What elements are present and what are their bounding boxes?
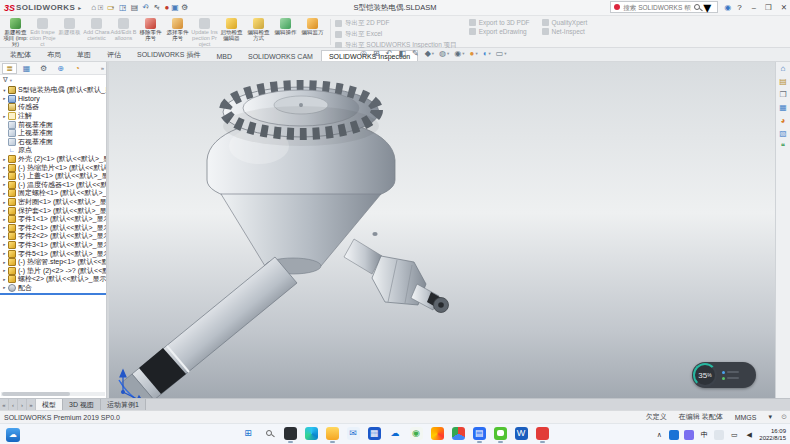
home-icon[interactable]: ⌂ xyxy=(91,4,93,12)
tree-front-plane[interactable]: 前视基准面 xyxy=(1,120,106,129)
display-tray-icon[interactable]: ▭ xyxy=(729,430,739,440)
tree-component[interactable]: ▸ (-) 热缩垫片<1> (默认<<默认>_显 xyxy=(1,163,106,172)
file-properties-icon[interactable]: ▣ xyxy=(171,4,176,12)
menu-expand-arrow-icon[interactable]: ▸ xyxy=(78,4,81,11)
search-dropdown-icon[interactable]: ▾ xyxy=(703,0,711,17)
tree-origin[interactable]: ∟ 原点 xyxy=(1,146,106,155)
status-editing[interactable]: 在编辑 装配体 xyxy=(679,412,723,422)
doc-tab-scroll-button[interactable]: « xyxy=(0,399,9,410)
tree-component[interactable]: ▸ 零件2<2> (默认<<默认>_显示状 xyxy=(1,232,106,241)
dimxpertmanager-tab[interactable]: ⊕ xyxy=(53,63,68,74)
tree-annotations[interactable]: ▸ 注解 xyxy=(1,112,106,121)
app-dark-icon[interactable] xyxy=(282,427,298,443)
expand-arrow-icon[interactable]: ▸ xyxy=(1,200,8,205)
propertymanager-tab[interactable]: ▦ xyxy=(19,63,34,74)
edit-operation-button[interactable]: 编辑操作 xyxy=(272,17,299,47)
tree-component[interactable]: ▸ 外壳 (2)<1> (默认<<默认>_显示状 xyxy=(1,155,106,164)
qualityxpert-item[interactable]: QualityXpert xyxy=(542,19,588,26)
tree-history[interactable]: ▸ History xyxy=(1,95,106,104)
3d-model-canvas[interactable] xyxy=(109,62,775,398)
mail-icon[interactable]: ✉ xyxy=(345,427,361,443)
update-inspection-project-button[interactable]: Update Inspection Project xyxy=(191,17,218,47)
appearances-icon[interactable]: ◕ xyxy=(781,116,786,126)
export-3d-pdf-item[interactable]: Export to 3D PDF xyxy=(469,19,530,26)
app-light-icon[interactable]: ◉ xyxy=(408,427,424,443)
edit-inspection-method-button[interactable]: 编辑检查方式 xyxy=(245,17,272,47)
filter-icon[interactable]: ∇ xyxy=(3,76,8,84)
tree-component[interactable]: ▸ (-) 垫片 (2)<2> ->? (默认<<默认 xyxy=(1,266,106,275)
zoom-area-icon[interactable]: ⊞ xyxy=(373,49,381,58)
display-style-icon[interactable]: ◍ ▾ xyxy=(439,49,449,58)
help-button[interactable]: ? xyxy=(737,3,741,12)
edge-icon[interactable] xyxy=(303,427,319,443)
tree-component[interactable]: ▸ 密封圈<1> (默认<<默认>_显示状 xyxy=(1,198,106,207)
restore-button[interactable]: ❐ xyxy=(765,3,772,12)
expand-arrow-icon[interactable]: ▸ xyxy=(1,182,8,187)
new-document-icon[interactable]: □ ▾ xyxy=(98,4,102,12)
featuremanager-tab[interactable]: ≣ xyxy=(2,63,17,74)
edit-appearance-icon[interactable]: ● ▾ xyxy=(470,49,478,58)
tree-component[interactable]: ▸ 保护套<1> (默认<<默认>_显示状 xyxy=(1,206,106,215)
expand-arrow-icon[interactable]: ▸ xyxy=(1,225,8,230)
tab-layout[interactable]: 布局 xyxy=(39,47,69,61)
expand-arrow-icon[interactable]: ▸ xyxy=(1,114,8,119)
view-orientation-icon[interactable]: ◆ ▾ xyxy=(425,49,434,58)
resources-home-icon[interactable]: ⌂ xyxy=(781,64,786,74)
doc-tab-motionstudy[interactable]: 运动算例1 xyxy=(101,399,146,410)
volume-tray-icon[interactable]: ◀ xyxy=(744,430,754,440)
wechat-icon[interactable] xyxy=(492,427,508,443)
screen-widget[interactable]: 35% xyxy=(692,362,756,388)
tree-component[interactable]: ▸ 零件3<1> (默认<<默认>_显示状 xyxy=(1,241,106,250)
tab-sketch[interactable]: 草图 xyxy=(69,47,99,61)
add-edit-balloons-button[interactable]: Add/Edit Balloons xyxy=(110,17,137,47)
expand-arrow-icon[interactable]: ▸ xyxy=(1,165,8,170)
tree-component[interactable]: ▸ 零件1<1> (默认<<默认>_显示状态 xyxy=(1,215,106,224)
status-constraint[interactable]: 欠定义 xyxy=(646,412,667,422)
edit-inspection-project-button[interactable]: Edit Inspection Project xyxy=(29,17,56,47)
expand-arrow-icon[interactable]: ▸ xyxy=(1,251,8,256)
expand-arrow-icon[interactable]: ▸ xyxy=(1,96,8,101)
help-search-box[interactable]: ▾ xyxy=(610,1,718,13)
expand-arrow-icon[interactable]: ▸ xyxy=(1,174,8,179)
tray-onedrive-icon[interactable] xyxy=(669,430,679,440)
expand-arrow-icon[interactable]: ▸ xyxy=(1,217,8,222)
store-icon[interactable]: ▦ xyxy=(366,427,382,443)
word-icon[interactable]: W xyxy=(513,427,529,443)
search-icon[interactable] xyxy=(694,4,700,10)
tree-component[interactable]: ▸ 螺栓<2> (默认<<默认>_显示状态 xyxy=(1,275,106,284)
design-library-icon[interactable]: ▤ xyxy=(779,77,787,87)
view-settings-icon[interactable]: ▭ ▾ xyxy=(496,49,507,58)
dictionary-icon[interactable]: ▤ xyxy=(471,427,487,443)
zoom-fit-icon[interactable]: ◎ xyxy=(360,49,368,58)
tree-component[interactable]: ▸ (-) 热缩管.step<1> (默认<<默认> xyxy=(1,258,106,267)
select-balloons-button[interactable]: 选择零件序号 xyxy=(164,17,191,47)
annotation-icon[interactable]: ✎ xyxy=(412,49,420,58)
tree-mates[interactable]: ▸ 配合 xyxy=(1,284,106,293)
status-units[interactable]: MMGS xyxy=(735,414,757,421)
tree-component[interactable]: ▸ 固定螺栓<1> (默认<<默认>_显示 xyxy=(1,189,106,198)
app-red-icon[interactable] xyxy=(534,427,550,443)
expand-arrow-icon[interactable]: ▸ xyxy=(1,191,8,196)
tab-addins[interactable]: SOLIDWORKS 插件 xyxy=(129,47,208,61)
apply-scene-icon[interactable]: ◐ ▾ xyxy=(483,49,491,58)
file-explorer-icon[interactable] xyxy=(324,427,340,443)
tree-right-plane[interactable]: 右视基准面 xyxy=(1,138,106,147)
doc-tab-scroll-button[interactable]: › xyxy=(18,399,27,410)
expand-arrow-icon[interactable]: ▾ xyxy=(1,88,8,93)
options-icon[interactable]: ⚙ ▾ xyxy=(181,4,187,12)
onedrive-icon[interactable]: ☁ xyxy=(387,427,403,443)
start-button[interactable]: ⊞ xyxy=(240,427,256,443)
print-icon[interactable]: ▤ ▾ xyxy=(131,4,138,12)
doc-tab-3dviews[interactable]: 3D 视图 xyxy=(63,399,101,410)
tab-assembly[interactable]: 装配体 xyxy=(2,47,39,61)
tree-sensors[interactable]: 传感器 xyxy=(1,103,106,112)
tab-cam[interactable]: SOLIDWORKS CAM xyxy=(240,50,321,61)
remove-balloons-button[interactable]: 移除零件序号 xyxy=(137,17,164,47)
status-gear-icon[interactable]: ⊙ xyxy=(781,413,787,421)
view-palette-icon[interactable]: ▦ xyxy=(779,103,787,113)
hide-show-items-icon[interactable]: ◉ ▾ xyxy=(454,49,464,58)
edit-monitor-button[interactable]: 编辑监方 xyxy=(299,17,326,47)
add-characteristic-button[interactable]: Add Characteristic xyxy=(83,17,110,47)
sign-in-icon[interactable]: ◉ xyxy=(724,3,731,12)
tab-mbd[interactable]: MBD xyxy=(208,50,240,61)
